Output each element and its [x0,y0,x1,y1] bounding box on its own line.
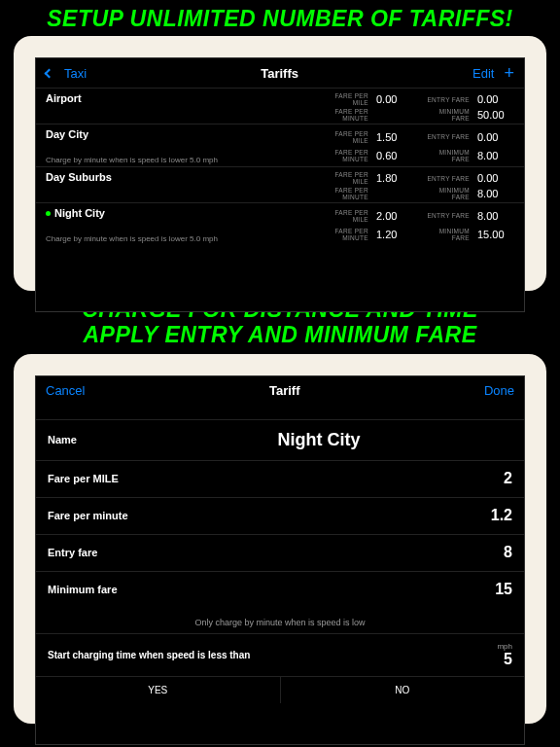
speed-value: 5 [504,651,512,667]
speed-unit: mph [497,642,512,651]
ipad-frame-2: Cancel Tariff Done Name Night City Fare … [14,354,546,724]
back-button[interactable]: Taxi [46,66,87,81]
name-label: Name [48,434,125,445]
entry-fare-row[interactable]: Entry fare 8 [36,534,524,571]
add-button[interactable]: + [504,63,514,84]
minimum-fare-row[interactable]: Minimum fare 15 [36,571,524,608]
cancel-button[interactable]: Cancel [46,383,85,398]
fare-per-mile-row[interactable]: Fare per MILE 2 [36,460,524,497]
name-value[interactable]: Night City [125,430,512,450]
edit-button[interactable]: Edit [472,66,494,81]
screen-tariff-edit: Cancel Tariff Done Name Night City Fare … [35,375,525,745]
tariff-row-day-suburbs[interactable]: Day Suburbs FARE PER MILE1.80 ENTRY FARE… [36,166,524,202]
tariff-row-day-city[interactable]: Day CityCharge by minute when is speed i… [36,124,524,166]
page-title: Tariff [269,383,300,398]
navbar: Taxi Tariffs Edit + [36,58,524,88]
navbar: Cancel Tariff Done [36,376,524,406]
chevron-left-icon [45,68,54,78]
yes-button[interactable]: YES [36,677,281,703]
tariff-row-airport[interactable]: Airport FARE PER MILE0.00 ENTRY FARE0.00… [36,88,524,124]
yes-no-row: YES NO [36,676,524,703]
tariff-row-night-city[interactable]: Night CityCharge by minute when is speed… [36,202,524,245]
screen-tariffs-list: Taxi Tariffs Edit + Airport FARE PER MIL… [35,57,525,312]
page-title: Tariffs [261,66,298,81]
name-row[interactable]: Name Night City [36,419,524,460]
speed-threshold-row[interactable]: Start charging time when speed is less t… [36,633,524,676]
done-button[interactable]: Done [484,383,514,398]
ipad-frame-1: Taxi Tariffs Edit + Airport FARE PER MIL… [14,36,546,291]
active-dot-icon [46,211,51,216]
fare-per-minute-row[interactable]: Fare per minute 1.2 [36,497,524,534]
info-text: Only charge by minute when is speed is l… [36,608,524,633]
no-button[interactable]: NO [281,677,525,703]
promo-headline-1: SETUP UNLIMITED NUMBER OF TARIFFS! [0,0,560,36]
